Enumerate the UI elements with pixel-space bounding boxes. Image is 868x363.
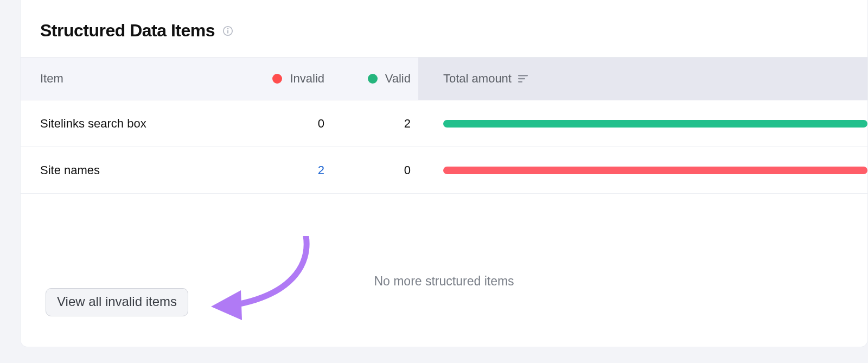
cell-invalid: 0 <box>231 117 335 131</box>
cell-item: Site names <box>21 163 231 177</box>
svg-rect-2 <box>227 30 228 33</box>
sort-desc-icon <box>518 74 529 83</box>
cell-total-bar <box>418 167 867 174</box>
col-header-invalid[interactable]: Invalid <box>231 72 335 86</box>
panel-footer: No more structured items View all invali… <box>21 194 867 335</box>
col-header-item[interactable]: Item <box>21 72 231 86</box>
table-row[interactable]: Site names 2 0 <box>21 147 867 194</box>
invalid-dot-icon <box>272 74 282 84</box>
view-all-invalid-button[interactable]: View all invalid items <box>46 288 188 316</box>
svg-rect-3 <box>518 75 528 77</box>
svg-rect-5 <box>518 81 522 82</box>
valid-dot-icon <box>368 74 378 84</box>
svg-rect-4 <box>518 78 525 80</box>
cell-valid: 0 <box>335 163 418 177</box>
cell-valid: 2 <box>335 117 418 131</box>
col-header-invalid-label: Invalid <box>290 72 324 86</box>
col-header-total[interactable]: Total amount <box>418 58 867 100</box>
cell-invalid[interactable]: 2 <box>231 163 335 177</box>
col-header-valid[interactable]: Valid <box>335 72 418 86</box>
table-row[interactable]: Sitelinks search box 0 2 <box>21 100 867 147</box>
invalid-count-link[interactable]: 2 <box>318 163 324 177</box>
structured-data-panel: Structured Data Items Item Invalid Valid… <box>20 0 868 347</box>
bar-valid-icon <box>443 120 867 128</box>
table-header: Item Invalid Valid Total amount <box>21 57 867 100</box>
bar-invalid-icon <box>443 167 867 174</box>
col-header-valid-label: Valid <box>385 72 411 86</box>
empty-state-text: No more structured items <box>21 274 867 289</box>
cell-total-bar <box>418 120 867 128</box>
info-icon[interactable] <box>222 26 233 36</box>
col-header-total-label: Total amount <box>443 72 512 86</box>
svg-point-1 <box>227 28 229 29</box>
cell-item: Sitelinks search box <box>21 117 231 131</box>
panel-title: Structured Data Items <box>40 21 215 41</box>
panel-header: Structured Data Items <box>21 0 867 57</box>
